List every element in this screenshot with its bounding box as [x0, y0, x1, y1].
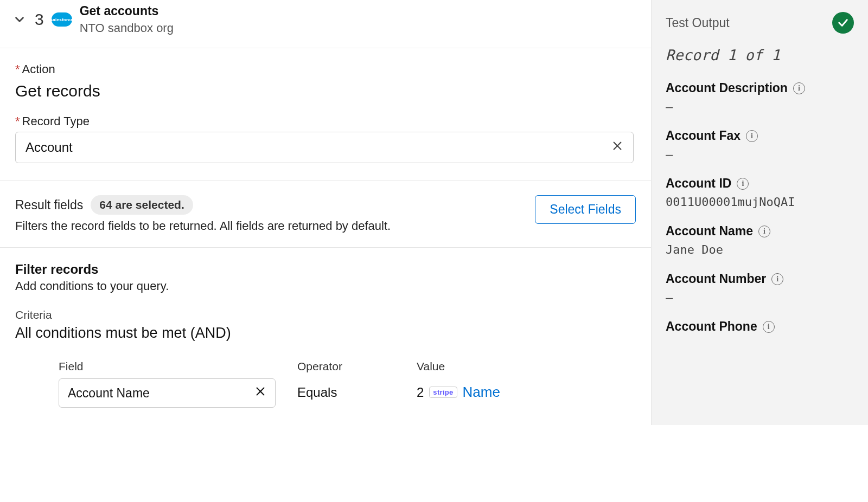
output-field: Account Namei Jane Doe — [666, 224, 854, 256]
record-type-value: Account — [25, 140, 73, 155]
record-type-combobox[interactable]: Account — [15, 132, 634, 163]
output-field-value: Jane Doe — [666, 243, 854, 256]
step-header: 3 salesforce Get accounts NTO sandbox or… — [0, 0, 651, 48]
output-field: Account Faxi – — [666, 128, 854, 161]
action-label: * Action — [15, 62, 636, 76]
stripe-tag: stripe — [429, 387, 457, 398]
info-icon[interactable]: i — [793, 82, 805, 94]
column-value-header: Value — [417, 360, 500, 373]
value-field-name: Name — [463, 384, 500, 401]
output-field: Account Phonei — [666, 319, 854, 334]
criteria-label: Criteria — [15, 308, 636, 321]
output-field-label: Account Number — [666, 272, 766, 286]
success-check-icon — [832, 12, 854, 34]
required-star: * — [15, 114, 20, 128]
value-step-number: 2 — [417, 385, 424, 400]
output-field-value: – — [666, 291, 854, 304]
test-output-panel: Test Output Record 1 of 1 Account Descri… — [651, 0, 868, 425]
filter-title: Filter records — [15, 262, 636, 277]
output-field-label: Account Phone — [666, 319, 757, 334]
record-counter: Record 1 of 1 — [666, 47, 854, 63]
step-number: 3 — [35, 10, 44, 29]
chevron-down-icon[interactable] — [12, 12, 27, 27]
output-field: Account Numberi – — [666, 272, 854, 304]
info-icon[interactable]: i — [758, 226, 770, 237]
output-field-label: Account ID — [666, 176, 731, 191]
clear-icon[interactable] — [611, 140, 623, 155]
filter-desc: Add conditions to your query. — [15, 279, 636, 293]
output-field-label: Account Description — [666, 81, 788, 95]
condition-value[interactable]: 2 stripe Name — [417, 378, 500, 401]
required-star: * — [15, 62, 20, 76]
result-fields-count-pill: 64 are selected. — [91, 195, 193, 215]
condition-field-combobox[interactable]: Account Name — [59, 378, 276, 408]
info-icon[interactable]: i — [771, 273, 783, 285]
output-field: Account IDi 0011U00001mujNoQAI — [666, 176, 854, 209]
clear-icon[interactable] — [254, 385, 266, 401]
condition-row: Field Account Name Operator Equals Value — [15, 360, 636, 408]
result-fields-title: Result fields — [15, 198, 83, 213]
condition-operator-value[interactable]: Equals — [297, 378, 395, 400]
output-field-value: 0011U00001mujNoQAI — [666, 195, 854, 209]
action-value: Get records — [15, 82, 636, 100]
column-field-header: Field — [59, 360, 276, 373]
select-fields-button[interactable]: Select Fields — [535, 195, 636, 224]
output-field-label: Account Name — [666, 224, 753, 239]
info-icon[interactable]: i — [763, 321, 775, 333]
info-icon[interactable]: i — [746, 130, 758, 142]
test-output-title: Test Output — [666, 16, 730, 30]
column-operator-header: Operator — [297, 360, 395, 373]
criteria-value: All conditions must be met (AND) — [15, 325, 636, 342]
step-subtitle: NTO sandbox org — [80, 21, 174, 36]
output-field-label: Account Fax — [666, 128, 741, 143]
output-field-value: – — [666, 100, 854, 113]
output-field: Account Descriptioni – — [666, 81, 854, 113]
salesforce-icon: salesforce — [52, 12, 72, 27]
condition-field-value: Account Name — [68, 386, 150, 401]
result-fields-desc: Filters the record fields to be returned… — [15, 219, 524, 233]
step-title: Get accounts — [80, 3, 174, 20]
record-type-label: * Record Type — [15, 114, 636, 128]
info-icon[interactable]: i — [737, 178, 749, 190]
output-field-value: – — [666, 147, 854, 161]
